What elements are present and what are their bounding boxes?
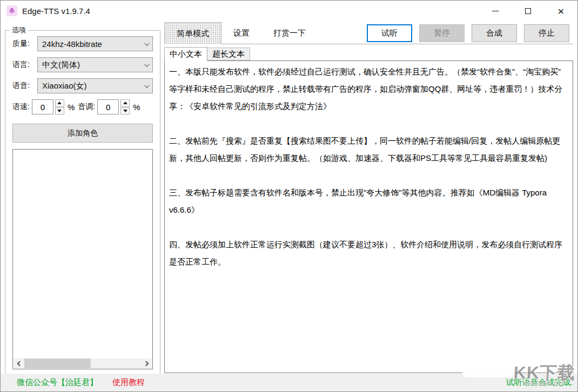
rate-up-button[interactable] (55, 99, 64, 107)
mode-tab-bar: 简单模式 设置 打赏一下 试听 暂停 合成 停止 (164, 22, 573, 44)
pitch-label: 音调: (78, 102, 95, 112)
chevron-down-icon (144, 83, 150, 88)
language-select[interactable]: 中文(简体) (37, 57, 153, 72)
voice-row: 语音: Xiaoxiao(女) (12, 78, 153, 93)
options-group-label: 选项 (10, 25, 28, 35)
minimize-icon (492, 11, 499, 11)
app-window: Edge-TTS v1.9.7.4 × 选项 质量: 24khz-48kbitr… (0, 0, 578, 392)
pause-button[interactable]: 暂停 (419, 24, 465, 42)
rate-spin-buttons (55, 99, 64, 114)
synthesize-button[interactable]: 合成 (472, 24, 517, 42)
status-message: 试听语音合成完成. (506, 377, 573, 388)
pitch-down-button[interactable] (120, 107, 130, 115)
pitch-spin-buttons (120, 99, 130, 114)
chevron-right-icon (143, 361, 149, 366)
language-row: 语言: 中文(简体) (12, 57, 153, 72)
chevron-down-icon (144, 40, 150, 46)
language-label: 语言: (12, 60, 37, 70)
tab-simple-mode[interactable]: 简单模式 (164, 22, 221, 44)
app-icon (6, 5, 17, 16)
scroll-right-button[interactable] (142, 359, 152, 368)
stop-button[interactable]: 停止 (524, 24, 569, 42)
role-list[interactable] (12, 149, 153, 369)
pitch-input[interactable] (97, 99, 119, 114)
chevron-down-icon (144, 62, 150, 67)
title-bar: Edge-TTS v1.9.7.4 × (1, 1, 577, 21)
triangle-down-icon (57, 110, 62, 112)
quality-label: 质量: (12, 39, 37, 49)
wechat-label: 微信公众号【治廷君】 (17, 377, 98, 388)
preview-button[interactable]: 试听 (367, 24, 412, 42)
maximize-icon (525, 8, 531, 14)
rate-spinner (32, 99, 64, 114)
close-button[interactable]: × (545, 1, 577, 21)
tab-long-text[interactable]: 超长文本 (207, 48, 250, 60)
minimize-button[interactable] (479, 1, 512, 21)
tab-donate[interactable]: 打赏一下 (261, 22, 318, 44)
pitch-spinner (97, 99, 130, 114)
action-buttons: 试听 暂停 合成 停止 (367, 24, 569, 42)
rate-pitch-row: 语速: % 音调: % (12, 99, 153, 114)
rate-label: 语速: (12, 102, 30, 112)
maximize-button[interactable] (512, 1, 545, 21)
close-icon: × (557, 5, 564, 17)
scroll-left-button[interactable] (14, 359, 23, 368)
rate-down-button[interactable] (55, 107, 64, 115)
tutorial-link[interactable]: 使用教程 (112, 377, 145, 388)
voice-label: 语音: (12, 81, 37, 91)
text-tab-bar: 中小文本 超长文本 (164, 46, 573, 60)
tab-settings[interactable]: 设置 (221, 22, 261, 44)
add-role-button[interactable]: 添加角色 (12, 124, 153, 143)
rate-unit: % (68, 103, 75, 112)
chevron-left-icon (17, 361, 22, 366)
text-editor[interactable]: 一、本版只能发布软件，软件必须经过自己运行测试，确认安全性并且无广告。（禁发“软… (164, 60, 573, 373)
triangle-up-icon (57, 102, 62, 104)
triangle-up-icon (123, 102, 127, 104)
tab-small-text[interactable]: 中小文本 (164, 47, 207, 61)
pitch-unit: % (133, 103, 140, 112)
quality-row: 质量: 24khz-48kbitrate (12, 36, 153, 51)
simple-mode-pane: 中小文本 超长文本 一、本版只能发布软件，软件必须经过自己运行测试，确认安全性并… (164, 44, 573, 373)
window-controls: × (479, 1, 577, 21)
voice-select[interactable]: Xiaoxiao(女) (37, 78, 153, 93)
flower-icon (8, 7, 16, 15)
triangle-down-icon (123, 110, 127, 112)
window-title: Edge-TTS v1.9.7.4 (22, 6, 90, 16)
status-bar: 微信公众号【治廷君】 使用教程 试听语音合成完成. (1, 374, 577, 391)
quality-value: 24khz-48kbitrate (42, 39, 144, 49)
role-list-hscrollbar (14, 359, 152, 368)
options-group: 选项 质量: 24khz-48kbitrate 语言: 中文(简体) 语音: X… (5, 30, 160, 374)
main-panel: 简单模式 设置 打赏一下 试听 暂停 合成 停止 中小文本 超长文本 一、本版只… (164, 22, 573, 373)
voice-value: Xiaoxiao(女) (42, 81, 144, 91)
language-value: 中文(简体) (42, 60, 144, 70)
scroll-track[interactable] (23, 359, 142, 368)
scroll-thumb[interactable] (24, 359, 91, 368)
quality-select[interactable]: 24khz-48kbitrate (37, 36, 153, 51)
rate-input[interactable] (32, 99, 53, 114)
pitch-up-button[interactable] (120, 99, 130, 107)
